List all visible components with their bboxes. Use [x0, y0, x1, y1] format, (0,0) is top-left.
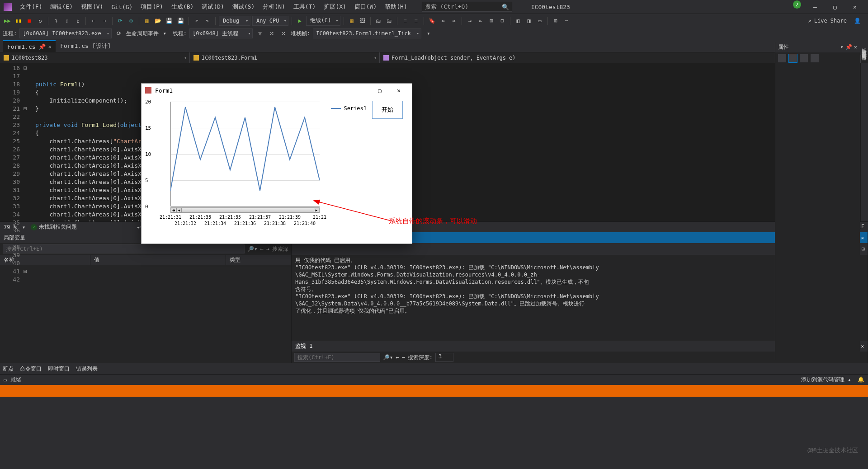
thread-dropdown[interactable]: [0x6948] 主线程 [189, 28, 253, 38]
search-icon[interactable]: 🔎▾ [383, 354, 393, 361]
close-icon[interactable]: ✕ [861, 235, 864, 241]
restart-icon[interactable]: ↻ [36, 16, 45, 26]
scroll-far-left-icon[interactable]: ⏮ [171, 208, 176, 212]
process-dropdown[interactable]: [0x60A8] IC00test823.exe [19, 28, 111, 38]
bk-next-icon[interactable]: ⇒ [449, 16, 458, 26]
tb-w-icon[interactable]: ▭ [535, 16, 544, 26]
solution-explorer-tab[interactable]: 解决方案资源管理器 [860, 42, 868, 55]
nav-back-icon[interactable]: ← [260, 246, 264, 252]
dropdown-icon[interactable]: ▾ [840, 44, 844, 50]
prop-evt-icon[interactable] [811, 54, 819, 62]
window-minimize-icon[interactable]: — [806, 0, 825, 13]
outdent-icon[interactable]: ⇤ [476, 16, 485, 26]
pin-icon[interactable]: 📌 [38, 43, 46, 50]
continue-icon[interactable]: ▶▶ [3, 16, 12, 26]
crumb-namespace[interactable]: IC00test823 [0, 52, 190, 63]
tb-x-icon[interactable]: ⊟ [498, 16, 507, 26]
undo-icon[interactable]: ↶ [192, 16, 201, 26]
global-search[interactable]: 搜索 (Ctrl+Q) 🔍 [422, 2, 512, 12]
window-close-icon[interactable]: ✕ [389, 87, 408, 94]
new-item-icon[interactable]: ▦ [142, 16, 151, 26]
comment-icon[interactable]: ≡ [401, 16, 410, 26]
refresh-icon[interactable]: ⟳ [116, 16, 125, 26]
lifecycle-icon[interactable]: ⟳ [114, 28, 123, 38]
tb-c-icon[interactable]: 🗂 [374, 16, 383, 26]
col-type[interactable]: 类型 [226, 255, 291, 265]
window-minimize-icon[interactable]: — [351, 87, 370, 94]
close-icon[interactable]: ✕ [48, 44, 52, 50]
menu-help[interactable]: 帮助(H) [382, 1, 410, 12]
find-icon[interactable]: ⚙ [127, 16, 136, 26]
stop-icon[interactable]: ■ [25, 16, 34, 26]
form1-titlebar[interactable]: Form1 — ▢ ✕ [142, 84, 412, 97]
solution-name[interactable]: IC00test823 [523, 2, 578, 12]
tb-b-icon[interactable]: 🖼 [358, 16, 367, 26]
prop-az-icon[interactable] [789, 54, 797, 62]
scroll-right-icon[interactable]: ▶ [314, 208, 319, 212]
filter-icon[interactable]: ▽ [255, 28, 264, 38]
tab-immediate[interactable]: 即时窗口 [48, 365, 70, 373]
tab-command[interactable]: 命令窗口 [20, 365, 42, 373]
tab-breakpoints[interactable]: 断点 [3, 365, 14, 373]
prop-page-icon[interactable] [800, 54, 808, 62]
out-d-icon[interactable]: ⊞ [862, 246, 865, 252]
account-icon[interactable]: 👤 [854, 18, 861, 24]
tb-d-icon[interactable]: 🗂 [385, 16, 394, 26]
indent-icon[interactable]: ⇥ [465, 16, 474, 26]
step-over-icon[interactable]: ↴ [52, 16, 61, 26]
bk-prev-icon[interactable]: ⇐ [439, 16, 448, 26]
pause-icon[interactable]: ▮▮ [14, 16, 23, 26]
menu-build[interactable]: 生成(B) [169, 1, 196, 12]
nav-back-icon[interactable]: ← [396, 354, 399, 361]
tb-z-icon[interactable]: ◨ [524, 16, 533, 26]
start-debug-icon[interactable]: ▶ [295, 16, 304, 26]
window-maximize-icon[interactable]: ▢ [826, 0, 844, 13]
pin-icon[interactable]: 📌 [845, 44, 852, 50]
bookmark-icon[interactable]: 🔖 [427, 16, 437, 26]
prop-cat-icon[interactable] [778, 54, 786, 62]
depth-dropdown[interactable]: 3 [435, 353, 453, 362]
menu-file[interactable]: 文件(F) [17, 1, 45, 12]
tb-more-icon[interactable]: ⋯ [562, 16, 571, 26]
platform-dropdown[interactable]: Any CPU [252, 16, 289, 26]
window-close-icon[interactable]: ✕ [845, 0, 864, 13]
search-icon[interactable]: 🔎▾ [247, 246, 257, 252]
step-out-icon[interactable]: ↥ [73, 16, 82, 26]
chart-scrollbar[interactable]: ⏮ ◀ ▶ [170, 207, 320, 213]
locals-body[interactable] [0, 265, 291, 363]
tab-form1-design[interactable]: Form1.cs [设计] [56, 40, 115, 52]
source-control[interactable]: 添加到源代码管理 ▴ 🔔 [801, 376, 864, 384]
menu-tools[interactable]: 工具(T) [291, 1, 318, 12]
redo-icon[interactable]: ↷ [203, 16, 212, 26]
start-button[interactable]: 开始 [372, 101, 403, 119]
nav-back-icon[interactable]: ← [89, 16, 98, 26]
watch-search[interactable] [294, 353, 380, 362]
liveshare-button[interactable]: Live Share [814, 18, 847, 24]
code-editor[interactable]: 1617181920212223242526272829303132333435… [0, 63, 868, 221]
nav-fwd-icon[interactable]: → [266, 246, 269, 252]
tb-a-icon[interactable]: ▦ [347, 16, 356, 26]
save-icon[interactable]: 💾 [165, 16, 174, 26]
format-icon[interactable]: ⊞ [487, 16, 496, 26]
tab-errors[interactable]: 错误列表 [76, 365, 98, 373]
menu-project[interactable]: 项目(P) [138, 1, 165, 12]
close-icon[interactable]: ✕ [854, 44, 857, 50]
notification-badge[interactable]: 2 [793, 0, 801, 9]
nav-fwd-icon[interactable]: → [401, 354, 405, 361]
menu-view[interactable]: 视图(V) [78, 1, 106, 12]
editor-scrollbar[interactable] [861, 63, 868, 221]
thread-a-icon[interactable]: ⤭ [267, 28, 276, 38]
continue-dropdown[interactable]: 继续(C) [306, 16, 340, 26]
col-value[interactable]: 值 [90, 255, 226, 265]
tb-y-icon[interactable]: ◧ [514, 16, 523, 26]
menu-window[interactable]: 窗口(W) [352, 1, 379, 12]
tab-form1cs[interactable]: Form1.cs 📌 ✕ [3, 40, 56, 52]
menu-test[interactable]: 测试(S) [230, 1, 257, 12]
menu-ext[interactable]: 扩展(X) [321, 1, 349, 12]
chart-area[interactable]: 20 15 10 5 0 ⏮ ◀ ▶ 21:21:31 21:21:32 2 [155, 99, 365, 225]
locals-search[interactable] [3, 244, 245, 253]
stack-ext-icon[interactable]: ▾ [424, 28, 433, 38]
form1-window[interactable]: Form1 — ▢ ✕ Series1 开始 20 15 10 5 0 [141, 83, 412, 244]
uncomment-icon[interactable]: ≡ [411, 16, 420, 26]
open-folder-icon[interactable]: 📂 [153, 16, 163, 26]
